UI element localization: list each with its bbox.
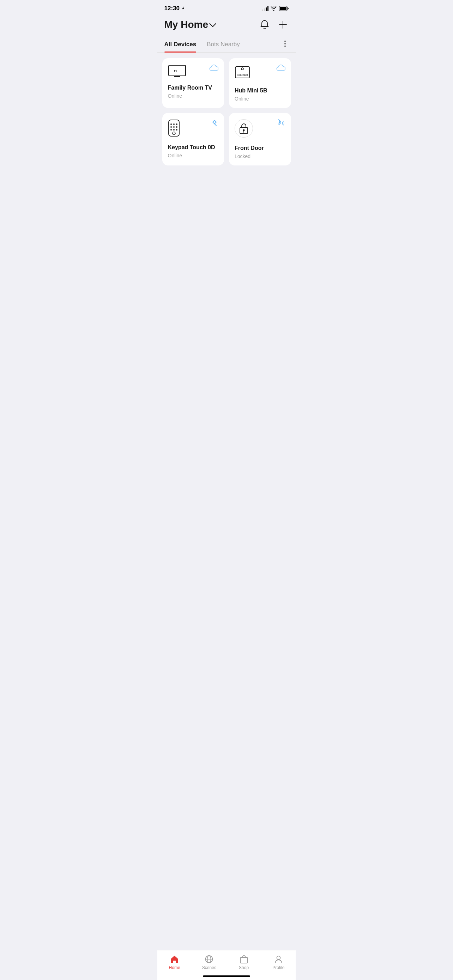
cloud-icon bbox=[276, 65, 285, 72]
device-status: Online bbox=[168, 93, 219, 99]
svg-text:SwitchBot: SwitchBot bbox=[237, 74, 248, 76]
battery-icon bbox=[279, 6, 289, 11]
svg-text:TV: TV bbox=[173, 69, 178, 72]
status-icons bbox=[262, 6, 289, 11]
svg-point-21 bbox=[173, 129, 175, 130]
svg-point-22 bbox=[176, 129, 178, 130]
signal-bars-icon bbox=[262, 6, 269, 11]
svg-point-11 bbox=[241, 68, 243, 70]
device-name: Family Room TV bbox=[168, 84, 219, 91]
plus-icon bbox=[278, 20, 288, 29]
chevron-down-icon bbox=[209, 20, 216, 27]
svg-point-15 bbox=[173, 124, 175, 125]
tab-bots-nearby[interactable]: Bots Nearby bbox=[207, 37, 240, 52]
home-title[interactable]: My Home bbox=[164, 19, 215, 30]
svg-rect-13 bbox=[168, 120, 179, 136]
svg-point-17 bbox=[170, 126, 172, 128]
device-status: Locked bbox=[235, 153, 285, 159]
status-time: 12:30 bbox=[164, 5, 185, 12]
bell-icon bbox=[260, 20, 269, 30]
wifi-icon bbox=[270, 6, 277, 11]
device-status: Online bbox=[168, 153, 219, 158]
tabs: All Devices Bots Nearby bbox=[164, 37, 240, 52]
lock-circle bbox=[235, 119, 253, 138]
svg-rect-10 bbox=[235, 67, 250, 78]
device-icon-row: TV bbox=[168, 65, 219, 77]
device-card-family-room-tv[interactable]: TV Family Room TV Online bbox=[162, 58, 224, 108]
device-status: Online bbox=[235, 96, 285, 102]
svg-point-19 bbox=[176, 126, 178, 128]
notification-button[interactable] bbox=[259, 18, 270, 31]
device-icon-row bbox=[235, 119, 285, 138]
svg-point-20 bbox=[170, 129, 172, 130]
device-name: Hub Mini 5B bbox=[235, 87, 285, 94]
svg-rect-1 bbox=[280, 7, 286, 10]
device-name: Front Door bbox=[235, 145, 285, 151]
header: My Home bbox=[157, 15, 296, 37]
svg-point-16 bbox=[176, 124, 178, 125]
svg-point-14 bbox=[170, 124, 172, 125]
header-actions bbox=[259, 18, 289, 31]
location-icon bbox=[181, 6, 185, 11]
device-icon-row bbox=[168, 119, 219, 137]
bluetooth-signal-icon bbox=[276, 119, 285, 129]
svg-point-4 bbox=[285, 46, 286, 47]
add-button[interactable] bbox=[277, 19, 289, 31]
tab-all-devices[interactable]: All Devices bbox=[164, 37, 197, 52]
device-card-front-door[interactable]: Front Door Locked bbox=[229, 113, 291, 165]
svg-point-3 bbox=[285, 43, 286, 45]
hub-icon: SwitchBot bbox=[235, 65, 250, 80]
svg-point-18 bbox=[173, 126, 175, 128]
device-card-hub-mini-5b[interactable]: SwitchBot Hub Mini 5B Online bbox=[229, 58, 291, 108]
svg-point-2 bbox=[285, 41, 286, 42]
device-card-keypad-touch-0d[interactable]: Keypad Touch 0D Online bbox=[162, 113, 224, 165]
tv-icon: TV bbox=[168, 65, 186, 77]
more-options-icon[interactable] bbox=[281, 40, 289, 49]
cloud-icon bbox=[209, 65, 218, 72]
svg-point-23 bbox=[173, 132, 175, 135]
remote-icon bbox=[168, 119, 180, 137]
status-bar: 12:30 bbox=[157, 0, 296, 15]
devices-grid: TV Family Room TV Online SwitchBot bbox=[157, 52, 296, 171]
tabs-container: All Devices Bots Nearby bbox=[157, 37, 296, 52]
home-title-text: My Home bbox=[164, 19, 208, 30]
bluetooth-icon bbox=[211, 119, 218, 129]
device-name: Keypad Touch 0D bbox=[168, 144, 219, 151]
lock-icon bbox=[238, 123, 249, 134]
device-icon-row: SwitchBot bbox=[235, 65, 285, 80]
